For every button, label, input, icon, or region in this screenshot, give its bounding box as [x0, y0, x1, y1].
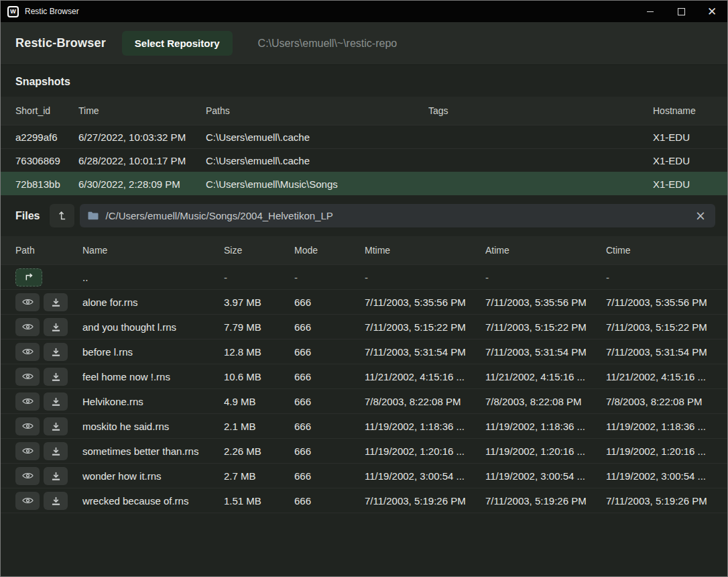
preview-button[interactable] — [15, 467, 40, 485]
parent-directory-button[interactable] — [15, 268, 42, 286]
file-atime: 7/11/2003, 5:35:56 PM — [485, 297, 606, 308]
preview-button[interactable] — [15, 318, 40, 336]
download-icon — [51, 496, 61, 505]
file-row: sometimes better than.rns 2.26 MB 666 11… — [1, 438, 727, 463]
download-icon — [51, 447, 61, 456]
download-button[interactable] — [44, 492, 68, 510]
file-mode: 666 — [294, 495, 365, 507]
snapshots-table-body: a2299af6 6/27/2022, 10:03:32 PM C:\Users… — [1, 125, 727, 195]
file-row-actions — [15, 492, 82, 510]
file-atime: 7/11/2003, 5:19:26 PM — [485, 495, 606, 507]
window-controls: ✕ — [635, 1, 727, 22]
snapshots-table-header: Short_id Time Paths Tags Hostname — [1, 97, 727, 125]
file-row: wonder how it.rns 2.7 MB 666 11/19/2002,… — [1, 463, 727, 488]
file-ctime: 7/11/2003, 5:15:22 PM — [606, 321, 715, 333]
preview-button[interactable] — [15, 392, 40, 411]
app-title: Restic-Browser — [15, 36, 106, 50]
arrow-up-right-icon — [24, 273, 34, 281]
preview-button[interactable] — [15, 368, 40, 386]
preview-button[interactable] — [15, 417, 40, 435]
file-ctime: 7/11/2003, 5:19:26 PM — [606, 495, 715, 507]
snapshot-paths: C:\Users\emuell\.cache — [206, 155, 428, 166]
folder-icon — [88, 211, 99, 220]
current-directory-path: /C/Users/emuell/Music/Songs/2004_Helveti… — [105, 210, 694, 221]
file-ctime: 11/19/2002, 1:20:16 ... — [606, 445, 715, 457]
download-button[interactable] — [44, 368, 68, 386]
preview-button[interactable] — [15, 492, 40, 510]
file-row-actions — [15, 467, 82, 485]
select-repository-button[interactable]: Select Repository — [122, 31, 233, 56]
close-button[interactable]: ✕ — [696, 1, 727, 22]
download-button[interactable] — [44, 293, 68, 311]
maximize-button[interactable] — [666, 1, 696, 22]
snapshot-short-id: 72b813bb — [15, 178, 78, 190]
file-atime: 11/19/2002, 1:18:36 ... — [485, 421, 606, 432]
snapshot-paths: C:\Users\emuell\.cache — [206, 132, 428, 143]
file-mtime: 11/21/2002, 4:15:16 ... — [365, 371, 485, 382]
download-button[interactable] — [44, 318, 68, 336]
files-table-header: Path Name Size Mode Mtime Atime Ctime — [1, 236, 727, 264]
download-icon — [51, 397, 61, 406]
files-heading: Files — [15, 210, 40, 222]
snapshots-heading: Snapshots — [1, 65, 727, 97]
file-size: 4.9 MB — [224, 396, 294, 407]
download-button[interactable] — [44, 392, 68, 411]
file-size: 7.79 MB — [224, 321, 294, 333]
snapshot-time: 6/28/2022, 10:01:17 PM — [78, 155, 206, 166]
minimize-button[interactable] — [635, 1, 666, 22]
file-path-bar[interactable]: /C/Users/emuell/Music/Songs/2004_Helveti… — [80, 204, 715, 227]
file-name: feel home now !.rns — [82, 371, 224, 382]
file-mtime: 7/11/2003, 5:19:26 PM — [365, 495, 485, 507]
column-tags: Tags — [428, 105, 653, 116]
file-row: feel home now !.rns 10.6 MB 666 11/21/20… — [1, 364, 727, 388]
files-bar: Files /C/Users/emuell/Music/Songs/2004_H… — [1, 199, 727, 232]
snapshot-hostname: X1-EDU — [653, 178, 715, 190]
file-mode: 666 — [294, 371, 365, 382]
file-name: before l.rns — [82, 346, 224, 358]
file-size: 2.26 MB — [224, 445, 294, 457]
parent-row-ctime: - — [606, 272, 715, 283]
file-row: moskito he said.rns 2.1 MB 666 11/19/200… — [1, 413, 727, 438]
snapshot-row[interactable]: a2299af6 6/27/2022, 10:03:32 PM C:\Users… — [1, 125, 727, 148]
column-atime: Atime — [485, 245, 606, 256]
file-name: moskito he said.rns — [82, 421, 224, 432]
file-atime: 11/19/2002, 3:00:54 ... — [485, 470, 606, 482]
column-mode: Mode — [294, 245, 365, 256]
parent-row-mtime: - — [365, 272, 485, 283]
preview-button[interactable] — [15, 343, 40, 361]
eye-icon — [22, 323, 34, 331]
snapshot-paths: C:\Users\emuell\Music\Songs — [206, 178, 428, 190]
file-mtime: 11/19/2002, 3:00:54 ... — [365, 470, 485, 482]
download-button[interactable] — [44, 343, 68, 361]
download-button[interactable] — [44, 417, 68, 435]
file-row-actions — [15, 417, 82, 435]
window-title: Restic Browser — [25, 7, 79, 16]
file-ctime: 11/19/2002, 3:00:54 ... — [606, 470, 715, 482]
file-ctime: 7/11/2003, 5:31:54 PM — [606, 346, 715, 358]
go-up-level-button[interactable] — [50, 204, 74, 227]
repository-path: C:\Users\emuell\~\restic-repo — [258, 38, 398, 50]
file-atime: 7/11/2003, 5:31:54 PM — [485, 346, 606, 358]
snapshot-short-id: a2299af6 — [15, 132, 78, 143]
preview-button[interactable] — [15, 442, 40, 460]
titlebar: W Restic Browser ✕ — [1, 1, 727, 22]
file-mtime: 7/11/2003, 5:31:54 PM — [365, 346, 485, 358]
download-button[interactable] — [44, 442, 68, 460]
files-table-body: alone for.rns 3.97 MB 666 7/11/2003, 5:3… — [1, 289, 727, 513]
snapshot-row[interactable]: 72b813bb 6/30/2022, 2:28:09 PM C:\Users\… — [1, 172, 727, 195]
download-button[interactable] — [44, 467, 68, 485]
file-row-actions — [15, 293, 82, 311]
column-hostname: Hostname — [653, 105, 715, 116]
file-row: alone for.rns 3.97 MB 666 7/11/2003, 5:3… — [1, 289, 727, 314]
snapshot-row[interactable]: 76306869 6/28/2022, 10:01:17 PM C:\Users… — [1, 148, 727, 172]
parent-row-name: .. — [82, 272, 224, 283]
snapshot-hostname: X1-EDU — [653, 155, 715, 166]
wails-logo-icon: W — [7, 6, 19, 17]
file-ctime: 11/19/2002, 1:18:36 ... — [606, 421, 715, 432]
file-mtime: 11/19/2002, 1:18:36 ... — [365, 421, 485, 432]
eye-icon — [22, 298, 34, 306]
preview-button[interactable] — [15, 293, 40, 311]
file-size: 2.7 MB — [224, 470, 294, 482]
clear-path-button[interactable]: × — [694, 209, 707, 222]
download-icon — [51, 472, 61, 480]
